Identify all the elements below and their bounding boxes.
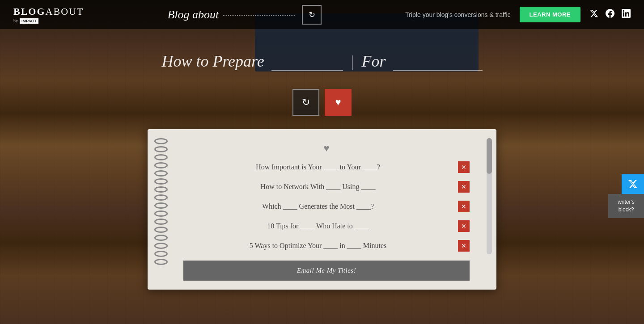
logo-about: ABOUT: [46, 6, 84, 17]
spiral-1: [154, 138, 168, 144]
spiral-16: [154, 259, 168, 265]
learn-more-button[interactable]: LEARN MORE: [520, 7, 580, 22]
title-text-5: 5 Ways to Optimize Your ____ in ____ Min…: [183, 242, 453, 250]
remove-icon-5: ✕: [461, 242, 466, 249]
remove-icon-2: ✕: [461, 183, 466, 190]
list-item: How to Network With ____ Using ____ ✕: [183, 181, 470, 193]
list-item: How Important is Your ____ to Your ____?…: [183, 161, 470, 173]
remove-button-2[interactable]: ✕: [458, 181, 470, 193]
spiral-15: [154, 251, 168, 257]
header-center: Blog about ↻: [84, 5, 405, 25]
social-icons: [589, 9, 631, 20]
site-header: BLOGABOUT by IMPACT Blog about ↻ Triple …: [0, 0, 644, 29]
facebook-icon[interactable]: [606, 9, 614, 20]
spiral-4: [154, 162, 168, 168]
spiral-14: [154, 243, 168, 249]
hero-section: How to Prepare | For ↻ ♥: [0, 29, 644, 116]
action-buttons: ↻ ♥: [292, 89, 352, 116]
scroll-thumb[interactable]: [487, 138, 492, 174]
spiral-8: [154, 194, 168, 201]
for-label: For: [362, 52, 386, 71]
logo-by-line: by IMPACT: [13, 18, 38, 24]
favorite-button[interactable]: ♥: [325, 89, 352, 116]
topic-input-2[interactable]: [393, 51, 483, 71]
title-text-4: 10 Tips for ____ Who Hate to ____: [183, 222, 453, 230]
spiral-13: [154, 235, 168, 241]
heart-icon: ♥: [335, 97, 341, 108]
spiral-3: [154, 154, 168, 160]
topic-dotted-line: [223, 14, 295, 16]
list-heart-icon: ♥: [183, 143, 470, 154]
remove-button-1[interactable]: ✕: [458, 161, 470, 173]
spiral-7: [154, 186, 168, 193]
logo-text: BLOGABOUT: [13, 6, 84, 17]
titles-notebook: ♥ How Important is Your ____ to Your ___…: [148, 129, 496, 290]
list-item: 5 Ways to Optimize Your ____ in ____ Min…: [183, 240, 470, 252]
spiral-6: [154, 178, 168, 185]
spiral-12: [154, 227, 168, 233]
spiral-5: [154, 170, 168, 177]
spiral-2: [154, 146, 168, 152]
linkedin-icon[interactable]: [622, 9, 631, 20]
twitter-share-button[interactable]: [622, 174, 644, 194]
refresh-icon: ↻: [302, 97, 310, 108]
list-item: 10 Tips for ____ Who Hate to ____ ✕: [183, 220, 470, 232]
how-to-prepare-label: How to Prepare: [161, 52, 264, 71]
title-generator: How to Prepare | For: [161, 51, 482, 71]
title-text-3: Which ____ Generates the Most ____?: [183, 202, 453, 210]
impact-logo: IMPACT: [20, 18, 38, 24]
refresh-icon: ↻: [309, 10, 315, 20]
cta-text: Triple your blog's conversions & traffic: [405, 11, 510, 18]
email-titles-button[interactable]: Email Me My Titles!: [183, 261, 470, 281]
spiral-10: [154, 210, 168, 217]
writers-block-label: writer's block?: [618, 199, 635, 213]
logo: BLOGABOUT by IMPACT: [13, 6, 84, 24]
writers-block-tab[interactable]: writer's block?: [608, 194, 644, 218]
title-text-2: How to Network With ____ Using ____: [183, 183, 453, 191]
remove-icon-3: ✕: [461, 203, 466, 210]
logo-blog: BLOG: [13, 6, 46, 17]
header-right: Triple your blog's conversions & traffic…: [405, 7, 631, 22]
scroll-track[interactable]: [487, 138, 492, 254]
blog-about-label: Blog about: [167, 8, 295, 21]
list-item: Which ____ Generates the Most ____? ✕: [183, 201, 470, 212]
spiral-11: [154, 219, 168, 225]
spiral-binding: [148, 129, 174, 290]
remove-button-4[interactable]: ✕: [458, 220, 470, 232]
remove-button-5[interactable]: ✕: [458, 240, 470, 252]
remove-icon-4: ✕: [461, 223, 466, 230]
spiral-9: [154, 202, 168, 209]
remove-button-3[interactable]: ✕: [458, 201, 470, 212]
twitter-icon[interactable]: [589, 9, 598, 20]
title-text-1: How Important is Your ____ to Your ____?: [183, 163, 453, 171]
separator: |: [350, 52, 355, 71]
topic-input-1[interactable]: [271, 51, 343, 71]
remove-icon-1: ✕: [461, 164, 466, 171]
header-refresh-button[interactable]: ↻: [302, 5, 322, 25]
regenerate-button[interactable]: ↻: [292, 89, 319, 116]
